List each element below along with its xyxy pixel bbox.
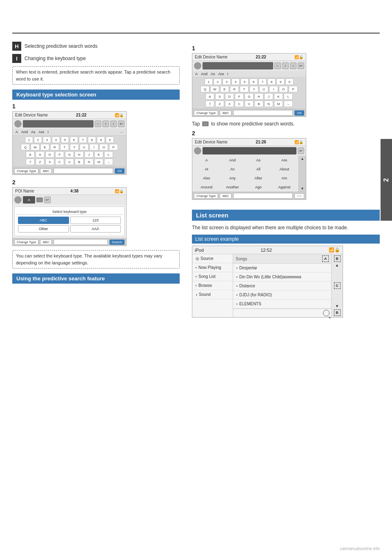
key-F[interactable]: F bbox=[55, 151, 64, 158]
key-Q[interactable]: Q bbox=[21, 144, 30, 150]
key-K[interactable]: K bbox=[94, 151, 103, 158]
kbd3-left[interactable]: ‹ bbox=[282, 63, 289, 69]
space-btn-4[interactable] bbox=[233, 193, 293, 199]
kbd1-right-arrow[interactable]: › bbox=[110, 121, 117, 127]
kbd2-return[interactable]: ↩ bbox=[44, 197, 51, 203]
menu-song-list[interactable]: ▸ Song List bbox=[192, 272, 233, 281]
list-screen-header: List screen bbox=[192, 210, 380, 221]
list-item-4[interactable]: ▸ DJDJ (for RADIO) bbox=[233, 291, 331, 300]
key-Y[interactable]: Y bbox=[70, 144, 79, 150]
key-J[interactable]: J bbox=[85, 151, 94, 158]
kbd4-input-field[interactable] bbox=[203, 147, 296, 154]
menu-browse[interactable]: ▸ Browse bbox=[192, 281, 233, 290]
type-123[interactable]: 123 bbox=[70, 217, 121, 224]
key-0[interactable]: 0 bbox=[106, 137, 114, 143]
key-6[interactable]: 6 bbox=[70, 137, 78, 143]
scroll-up[interactable]: ▲ bbox=[300, 156, 305, 162]
menu-now-playing[interactable]: ▸ Now Playing bbox=[192, 263, 233, 272]
search-btn-2[interactable]: Search bbox=[109, 239, 125, 245]
kbd4-return[interactable]: ↩ bbox=[298, 148, 304, 154]
list-item-3[interactable]: ▸ Distance bbox=[233, 282, 331, 291]
key-A[interactable]: A bbox=[26, 151, 35, 158]
key-Z[interactable]: Z bbox=[36, 159, 45, 165]
abc-btn-3[interactable]: ABC bbox=[220, 110, 231, 116]
section-h-header: H Selecting predictive search words bbox=[12, 42, 180, 51]
key-T[interactable]: T bbox=[60, 144, 69, 150]
kbd1-input-field[interactable] bbox=[23, 120, 94, 128]
menu-source[interactable]: ◎ Source bbox=[192, 254, 233, 263]
key-9[interactable]: 9 bbox=[97, 137, 105, 143]
type-aaa[interactable]: AAÄ bbox=[70, 225, 121, 233]
key-C[interactable]: C bbox=[55, 159, 64, 165]
key-V[interactable]: V bbox=[65, 159, 74, 165]
key-2[interactable]: 2 bbox=[34, 137, 42, 143]
key-M[interactable]: M bbox=[94, 159, 103, 165]
kbd3-right[interactable]: › bbox=[290, 63, 296, 69]
kbd3-backspace[interactable]: ← bbox=[274, 63, 281, 69]
kbd2-input-a[interactable]: A bbox=[23, 196, 35, 204]
change-type-btn-1[interactable]: Change Type bbox=[14, 168, 38, 174]
key-5[interactable]: 5 bbox=[61, 137, 69, 143]
scroll-up-btn[interactable]: ▲ bbox=[332, 263, 343, 267]
kbd2-time: 4:38 bbox=[70, 189, 78, 193]
key-G[interactable]: G bbox=[65, 151, 74, 158]
kbd1-left-arrow[interactable]: ‹ bbox=[102, 121, 109, 127]
menu-sound[interactable]: ♪ Sound bbox=[192, 290, 233, 299]
scroll-down[interactable]: ▼ bbox=[300, 186, 305, 192]
key-D[interactable]: D bbox=[45, 151, 54, 158]
space-btn-1[interactable] bbox=[53, 168, 114, 174]
kbd1-backspace[interactable]: ← bbox=[95, 121, 101, 127]
key-I[interactable]: I bbox=[89, 144, 98, 150]
dots-button[interactable]: ··· bbox=[36, 197, 43, 202]
key-8[interactable]: 8 bbox=[88, 137, 96, 143]
change-type-btn-4[interactable]: Change Type bbox=[194, 193, 218, 199]
key-E[interactable]: E bbox=[40, 144, 49, 150]
kbd1-return[interactable]: ↩ bbox=[118, 121, 125, 127]
change-type-btn-3[interactable]: Change Type bbox=[194, 110, 218, 116]
kbd3-return[interactable]: ↩ bbox=[298, 63, 304, 69]
key-P[interactable]: P bbox=[109, 144, 118, 150]
key-L[interactable]: L bbox=[104, 151, 113, 158]
key-N[interactable]: N bbox=[85, 159, 94, 165]
key-3[interactable]: 3 bbox=[43, 137, 51, 143]
type-abc[interactable]: ABC bbox=[18, 217, 69, 224]
key-R[interactable]: R bbox=[50, 144, 59, 150]
search-icon[interactable] bbox=[323, 310, 330, 316]
list-item-1[interactable]: ▸ Despertar bbox=[233, 264, 331, 273]
list-item-5[interactable]: ▸ ELEMENTS bbox=[233, 300, 331, 309]
kbd1-row-numbers: 1 2 3 4 5 6 7 8 9 0 bbox=[14, 137, 125, 143]
ok-btn-3[interactable]: OK bbox=[294, 110, 304, 116]
space-btn-2[interactable] bbox=[53, 239, 108, 245]
key-shift[interactable]: ⇧ bbox=[26, 159, 35, 165]
key-B[interactable]: B bbox=[75, 159, 84, 165]
key-X[interactable]: X bbox=[45, 159, 54, 165]
key-4[interactable]: 4 bbox=[52, 137, 60, 143]
change-type-btn-2[interactable]: Change Type bbox=[14, 239, 38, 245]
key-H[interactable]: H bbox=[75, 151, 84, 158]
top-divider bbox=[12, 33, 380, 34]
abc-btn-1[interactable]: ABC bbox=[40, 168, 51, 174]
key-W[interactable]: W bbox=[31, 144, 40, 150]
kbd3-input-field[interactable] bbox=[203, 62, 273, 69]
ipod-time: 12:52 bbox=[261, 248, 272, 253]
ok-btn-4[interactable]: OK bbox=[294, 193, 304, 199]
key-dash[interactable]: – bbox=[104, 159, 113, 165]
item-arrow-4: ▸ bbox=[236, 293, 238, 297]
space-btn-3[interactable] bbox=[233, 110, 293, 116]
ok-btn-1[interactable]: OK bbox=[115, 168, 125, 174]
item-arrow-5: ▸ bbox=[236, 302, 238, 306]
abc-btn-2[interactable]: ABC bbox=[40, 239, 51, 245]
key-S[interactable]: S bbox=[36, 151, 45, 158]
blue-section-1: Keyboard type selection screen bbox=[12, 90, 180, 100]
scroll-down-btn[interactable]: ▼ bbox=[332, 304, 343, 308]
abc-btn-4[interactable]: ABC bbox=[220, 193, 231, 199]
kbd3-bottom-bar: Change Type ABC OK bbox=[192, 109, 306, 116]
key-U[interactable]: U bbox=[80, 144, 89, 150]
ipod-category: Songs bbox=[236, 257, 247, 261]
list-item-2[interactable]: ▸ Din Din Wo (Little Child)aswwwwa bbox=[233, 273, 331, 282]
key-O[interactable]: O bbox=[99, 144, 108, 150]
type-other[interactable]: Other bbox=[18, 225, 69, 233]
key-1[interactable]: 1 bbox=[25, 137, 33, 143]
mic-icon bbox=[14, 120, 22, 128]
key-7[interactable]: 7 bbox=[79, 137, 87, 143]
